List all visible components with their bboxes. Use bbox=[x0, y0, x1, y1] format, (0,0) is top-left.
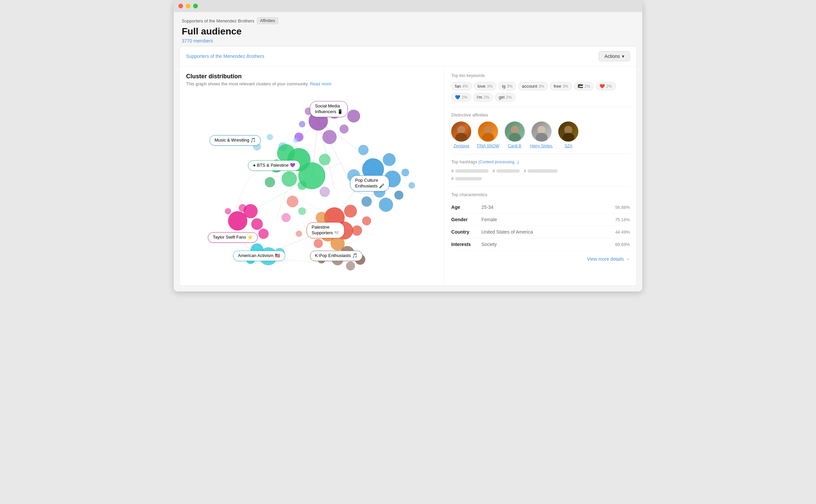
svg-point-104 bbox=[509, 133, 521, 142]
breadcrumb-link[interactable]: Supporters of the Menendez Brothers bbox=[182, 18, 254, 23]
affinity-name-cardi: Cardi B bbox=[508, 144, 521, 148]
processing-indicator: (Content processing...) bbox=[478, 160, 519, 164]
actions-button[interactable]: Actions ▾ bbox=[599, 51, 630, 61]
minimize-button[interactable] bbox=[186, 4, 190, 8]
keyword-love: love 3% bbox=[474, 82, 496, 90]
char-label-age: Age bbox=[451, 204, 481, 210]
svg-point-110 bbox=[562, 133, 574, 142]
main-card: Supporters of the Menendez Brothers Acti… bbox=[179, 46, 637, 286]
read-more-link[interactable]: Read more bbox=[310, 81, 331, 86]
svg-point-90 bbox=[346, 261, 355, 270]
svg-point-95 bbox=[281, 213, 291, 222]
svg-point-96 bbox=[296, 231, 302, 237]
members-count: 3770 members bbox=[182, 38, 634, 44]
view-more-link[interactable]: View more details → bbox=[587, 256, 630, 262]
char-row-gender: Gender Female 75.16% bbox=[451, 214, 630, 226]
svg-point-38 bbox=[299, 121, 305, 127]
char-value-age: 25-34 bbox=[481, 204, 615, 210]
card-body: Cluster distribution This graph shows th… bbox=[179, 66, 637, 286]
svg-line-20 bbox=[354, 192, 373, 195]
characteristics-title: Top characteristics bbox=[451, 192, 630, 197]
svg-point-77 bbox=[362, 216, 371, 225]
avatar-sza bbox=[558, 121, 578, 142]
affinity-tina[interactable]: TINA SNOW bbox=[477, 121, 499, 148]
card-audience-link[interactable]: Supporters of the Menendez Brothers bbox=[186, 54, 264, 59]
page-title: Full audience bbox=[182, 26, 634, 37]
affinities-title: Distinctive affinities bbox=[451, 112, 630, 117]
svg-point-78 bbox=[314, 239, 323, 248]
social-media-label[interactable]: Social MediaInfluencers 📱 bbox=[310, 101, 348, 117]
avatar-tina bbox=[478, 121, 498, 142]
svg-point-48 bbox=[379, 198, 393, 212]
svg-point-49 bbox=[361, 196, 372, 207]
svg-point-101 bbox=[482, 133, 494, 142]
svg-line-13 bbox=[276, 237, 309, 250]
bio-keywords-title: Top bio keywords bbox=[451, 73, 630, 78]
affinity-sza[interactable]: SZA bbox=[558, 121, 578, 148]
svg-point-76 bbox=[316, 212, 327, 224]
avatar-harry bbox=[532, 121, 552, 142]
divider-1 bbox=[451, 107, 630, 107]
keyword-free: free 3% bbox=[550, 82, 572, 90]
hashtag-4: # bbox=[451, 176, 482, 181]
svg-point-53 bbox=[293, 138, 298, 143]
bts-palestine-label[interactable]: ● BTS & Palestine 💜 bbox=[248, 160, 300, 171]
american-activism-label[interactable]: American Activism 🇺🇸 bbox=[233, 251, 285, 261]
svg-point-107 bbox=[536, 133, 548, 142]
affinity-cardi[interactable]: Cardi B bbox=[505, 121, 525, 148]
kpop-label[interactable]: K-Pop Enthusiasts 🎵 bbox=[310, 251, 362, 261]
hashtag-row-2: # bbox=[451, 176, 630, 181]
breadcrumb-badge: Affinities bbox=[257, 17, 278, 24]
char-row-age: Age 25-34 56.88% bbox=[451, 201, 630, 214]
close-button[interactable] bbox=[178, 4, 183, 8]
svg-point-47 bbox=[401, 169, 409, 176]
cluster-subtitle: This graph shows the most relevant clust… bbox=[186, 81, 437, 86]
keyword-ig: ig 3% bbox=[498, 82, 516, 90]
keyword-fan: fan 4% bbox=[451, 82, 472, 90]
svg-line-25 bbox=[234, 176, 250, 208]
char-pct-age: 56.88% bbox=[615, 205, 630, 210]
svg-point-42 bbox=[383, 153, 396, 166]
svg-point-45 bbox=[394, 190, 403, 199]
svg-point-64 bbox=[228, 211, 247, 231]
hashtag-1: # bbox=[451, 168, 488, 173]
cluster-title: Cluster distribution bbox=[186, 73, 437, 80]
svg-point-65 bbox=[251, 218, 263, 230]
char-pct-country: 44.49% bbox=[615, 230, 630, 235]
svg-point-103 bbox=[511, 126, 519, 134]
hashtag-3: # bbox=[524, 168, 558, 173]
char-label-interests: Interests bbox=[451, 242, 481, 247]
page-header: Supporters of the Menendez Brothers Affi… bbox=[174, 12, 642, 46]
svg-point-61 bbox=[319, 154, 331, 166]
svg-point-97 bbox=[457, 126, 465, 134]
svg-point-72 bbox=[344, 205, 357, 218]
palestine-supporters-label[interactable]: PalestineSupporters 🕊️ bbox=[307, 222, 344, 238]
affinity-harry[interactable]: Harry Styles. bbox=[530, 121, 553, 148]
keyword-girl: girl 2% bbox=[495, 93, 515, 101]
hashtag-bar-2 bbox=[496, 169, 520, 173]
keywords-row-1: fan 4% love 3% ig 3% account bbox=[451, 82, 630, 90]
hashtag-bar-3 bbox=[527, 169, 558, 173]
chevron-down-icon: ▾ bbox=[622, 54, 624, 59]
svg-point-75 bbox=[352, 225, 362, 236]
svg-point-62 bbox=[298, 181, 307, 190]
maximize-button[interactable] bbox=[193, 4, 198, 8]
titlebar bbox=[174, 0, 642, 12]
avatar-cardi bbox=[505, 121, 525, 142]
char-label-country: Country bbox=[451, 229, 481, 235]
hashtag-bar-4 bbox=[455, 177, 482, 180]
right-panel: Top bio keywords fan 4% love 3% ig 3% bbox=[444, 66, 637, 286]
affinity-name-sza: SZA bbox=[565, 144, 572, 148]
affinity-name-zendaya: Zendaya bbox=[454, 144, 469, 148]
affinity-name-harry: Harry Styles. bbox=[530, 144, 553, 148]
affinity-name-tina: TINA SNOW bbox=[477, 144, 499, 148]
svg-point-37 bbox=[339, 124, 348, 134]
svg-point-91 bbox=[287, 196, 299, 207]
affinity-zendaya[interactable]: Zendaya bbox=[451, 121, 471, 148]
keyword-heart: ❤️ 2% bbox=[596, 82, 616, 90]
svg-point-59 bbox=[281, 171, 297, 187]
taylor-swift-label[interactable]: Taylor Swift Fans ⭐ bbox=[208, 232, 258, 243]
music-wrestling-label[interactable]: Music & Wrestling 🎵 bbox=[210, 135, 261, 146]
svg-point-98 bbox=[455, 133, 467, 142]
pop-culture-label[interactable]: Pop CultureEnthusiasts 🎤 bbox=[350, 175, 389, 191]
